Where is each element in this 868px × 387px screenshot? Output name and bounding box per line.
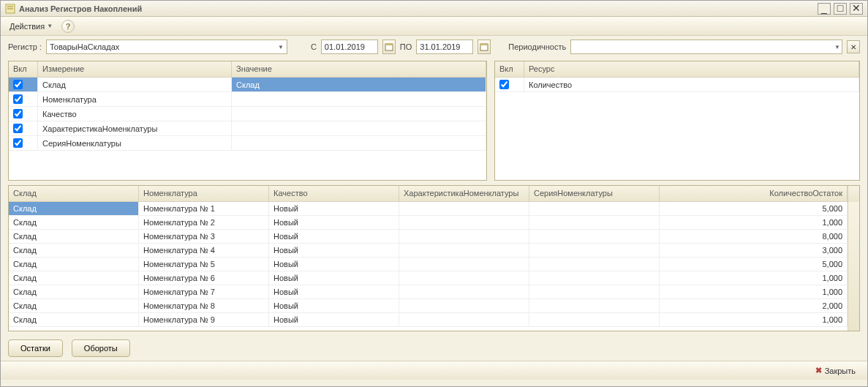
table-row[interactable]: СкладНоменклатура № 6Новый1,000 xyxy=(9,271,848,285)
vkl-checkbox[interactable] xyxy=(13,80,23,89)
vkl-checkbox[interactable] xyxy=(13,124,23,133)
cell-qty: 1,000 xyxy=(660,271,848,285)
periodicity-select[interactable]: ▼ xyxy=(570,40,842,54)
dimension-row[interactable]: Номенклатура xyxy=(9,92,486,107)
maximize-button[interactable]: □ xyxy=(834,3,847,15)
col-seriya[interactable]: СерияНоменклатуры xyxy=(529,186,660,201)
dimension-row[interactable]: Качество xyxy=(9,107,486,121)
table-row[interactable]: СкладНоменклатура № 9Новый1,000 xyxy=(9,313,848,327)
col-kharakteristika[interactable]: ХарактеристикаНоменклатуры xyxy=(399,186,529,201)
cell-ser xyxy=(529,299,660,312)
help-button[interactable]: ? xyxy=(61,20,75,33)
izm-cell: Номенклатура xyxy=(38,92,232,106)
minimize-button[interactable]: _ xyxy=(818,3,831,15)
date-from-input[interactable]: 01.01.2019 xyxy=(321,40,378,54)
calendar-icon xyxy=(480,42,488,51)
zn-cell[interactable] xyxy=(232,107,486,121)
date-from-value: 01.01.2019 xyxy=(325,42,365,51)
resource-row[interactable]: Количество xyxy=(495,78,859,92)
table-row[interactable]: СкладНоменклатура № 7Новый1,000 xyxy=(9,285,848,299)
cell-nomen: Номенклатура № 6 xyxy=(139,271,269,285)
cell-char xyxy=(399,230,529,243)
vkl-cell[interactable] xyxy=(9,78,38,91)
cell-ser xyxy=(529,285,660,298)
table-row[interactable]: СкладНоменклатура № 3Новый8,000 xyxy=(9,230,848,244)
cell-ser xyxy=(529,202,660,215)
vkl-cell[interactable] xyxy=(9,92,38,106)
cell-nomen: Номенклатура № 4 xyxy=(139,244,269,257)
table-row[interactable]: СкладНоменклатура № 2Новый1,000 xyxy=(9,216,848,230)
bottom-bar: Остатки Обороты xyxy=(1,336,867,361)
vkl-checkbox[interactable] xyxy=(499,80,509,89)
calendar-to-button[interactable] xyxy=(478,40,491,54)
vkl-cell[interactable] xyxy=(9,107,38,121)
col-izm[interactable]: Измерение xyxy=(38,61,232,77)
cell-qty: 1,000 xyxy=(660,285,848,298)
vkl-checkbox[interactable] xyxy=(13,138,23,148)
date-from-label: С xyxy=(311,42,317,51)
actions-label: Действия xyxy=(10,22,45,31)
cell-qty: 1,000 xyxy=(660,216,848,229)
close-window-button[interactable]: ✕ xyxy=(850,3,863,15)
col-vkl[interactable]: Вкл xyxy=(9,61,38,77)
cell-nomen: Номенклатура № 5 xyxy=(139,258,269,271)
table-row[interactable]: СкладНоменклатура № 5Новый5,000 xyxy=(9,258,848,271)
cell-kach: Новый xyxy=(269,313,399,326)
app-icon xyxy=(5,4,15,14)
table-row[interactable]: СкладНоменклатура № 8Новый2,000 xyxy=(9,299,848,313)
actions-menu[interactable]: Действия ▼ xyxy=(5,20,57,32)
register-select[interactable]: ТоварыНаСкладах ▼ xyxy=(46,40,287,54)
zn-cell[interactable] xyxy=(232,121,486,135)
zn-cell[interactable]: Склад xyxy=(232,78,486,91)
chevron-down-icon: ▼ xyxy=(47,23,53,29)
cell-kach: Новый xyxy=(269,230,399,243)
dimension-row[interactable]: СкладСклад xyxy=(9,78,486,92)
cell-char xyxy=(399,313,529,326)
oboroty-button[interactable]: Обороты xyxy=(72,339,130,357)
svg-rect-6 xyxy=(480,44,488,45)
vkl-cell[interactable] xyxy=(9,136,38,150)
cell-char xyxy=(399,271,529,285)
date-to-label: ПО xyxy=(400,42,412,51)
vertical-scrollbar[interactable] xyxy=(848,202,859,331)
cell-ser xyxy=(529,258,660,271)
izm-cell: Качество xyxy=(38,107,232,121)
calendar-icon xyxy=(385,42,393,51)
chevron-down-icon: ▼ xyxy=(834,44,840,50)
table-row[interactable]: СкладНоменклатура № 4Новый3,000 xyxy=(9,244,848,258)
close-button[interactable]: ✖ Закрыть xyxy=(811,364,860,377)
col-vkl[interactable]: Вкл xyxy=(495,61,524,77)
col-nomenklatura[interactable]: Номенклатура xyxy=(139,186,269,201)
zn-cell[interactable] xyxy=(232,136,486,150)
calendar-from-button[interactable] xyxy=(382,40,396,54)
dimension-row[interactable]: СерияНоменклатуры xyxy=(9,136,486,151)
cell-char xyxy=(399,244,529,257)
cell-sklad: Склад xyxy=(9,313,139,326)
cell-ser xyxy=(529,230,660,243)
ostatki-button[interactable]: Остатки xyxy=(8,339,63,357)
cell-qty: 5,000 xyxy=(660,202,848,215)
cell-kach: Новый xyxy=(269,202,399,215)
cell-qty: 1,000 xyxy=(660,313,848,326)
dimensions-grid: Вкл Измерение Значение СкладСкладНоменкл… xyxy=(8,61,487,181)
titlebar: Анализ Регистров Накоплений _ □ ✕ xyxy=(1,1,867,17)
izm-cell: СерияНоменклатуры xyxy=(38,136,232,150)
vkl-cell[interactable] xyxy=(495,78,524,91)
col-zn[interactable]: Значение xyxy=(232,61,486,77)
col-res[interactable]: Ресурс xyxy=(524,61,859,77)
vkl-cell[interactable] xyxy=(9,121,38,135)
vkl-checkbox[interactable] xyxy=(13,94,23,104)
col-sklad[interactable]: Склад xyxy=(9,186,139,201)
col-kolichestvo[interactable]: КоличествоОстаток xyxy=(660,186,848,201)
date-to-input[interactable]: 31.01.2019 xyxy=(416,40,473,54)
scrollbar-stub xyxy=(848,186,859,202)
table-row[interactable]: СкладНоменклатура № 1Новый5,000 xyxy=(9,202,848,216)
dimension-row[interactable]: ХарактеристикаНоменклатуры xyxy=(9,121,486,136)
vkl-checkbox[interactable] xyxy=(13,109,23,119)
cell-nomen: Номенклатура № 3 xyxy=(139,230,269,243)
cell-char xyxy=(399,216,529,229)
zn-cell[interactable] xyxy=(232,92,486,106)
col-kachestvo[interactable]: Качество xyxy=(269,186,399,201)
clear-periodicity-button[interactable]: ✕ xyxy=(847,40,860,53)
toolbar: Действия ▼ ? xyxy=(1,17,867,36)
